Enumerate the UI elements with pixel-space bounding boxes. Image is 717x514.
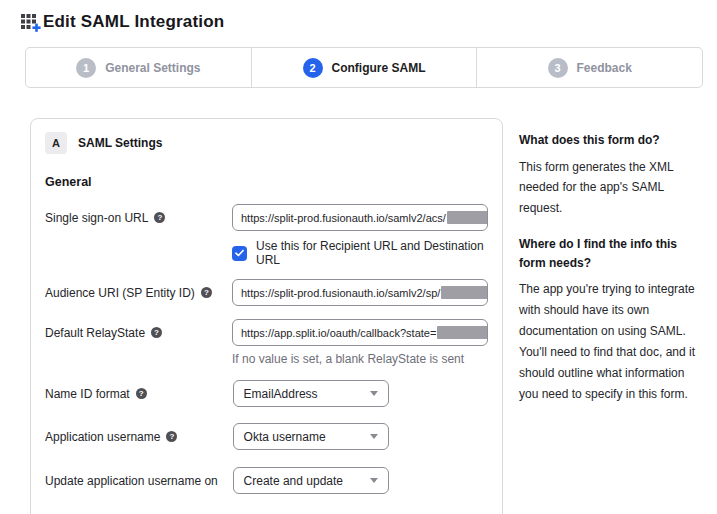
chevron-down-icon: [370, 478, 378, 483]
relay-state-input[interactable]: https://app.split.io/oauth/callback?stat…: [232, 319, 488, 346]
field-name-id-format: Name ID format ? EmailAddress: [45, 380, 488, 407]
redacted-value: [437, 326, 488, 339]
sidebar-question-1: What does this form do?: [519, 131, 705, 150]
sidebar-question-2: Where do I find the info this form needs…: [519, 235, 705, 272]
sso-url-label: Single sign-on URL: [45, 211, 148, 226]
section-badge: A: [45, 132, 67, 154]
help-icon[interactable]: ?: [151, 327, 162, 338]
page-title: Edit SAML Integration: [43, 12, 224, 32]
chevron-down-icon: [370, 391, 378, 396]
app-window: Edit SAML Integration 1 General Settings…: [0, 0, 717, 514]
group-title-general: General: [45, 175, 488, 189]
wizard-stepper: 1 General Settings 2 Configure SAML 3 Fe…: [25, 47, 703, 88]
step-general-settings[interactable]: 1 General Settings: [26, 48, 252, 87]
page-header: Edit SAML Integration: [21, 12, 224, 32]
audience-uri-input[interactable]: https://split-prod.fusionauth.io/samlv2/…: [232, 279, 488, 306]
help-icon[interactable]: ?: [201, 287, 212, 298]
help-icon[interactable]: ?: [154, 212, 165, 223]
step-label: Configure SAML: [332, 61, 426, 75]
step-feedback[interactable]: 3 Feedback: [477, 48, 702, 87]
update-username-select[interactable]: Create and update: [233, 467, 389, 494]
section-title: SAML Settings: [78, 136, 162, 150]
recipient-url-checkbox[interactable]: [232, 246, 247, 261]
sso-url-input[interactable]: https://split-prod.fusionauth.io/samlv2/…: [232, 204, 488, 231]
update-username-value: Create and update: [244, 474, 343, 488]
field-relay-state: Default RelayState ? https://app.split.i…: [45, 319, 488, 366]
relay-state-hint: If no value is set, a blank RelayState i…: [232, 352, 488, 366]
name-id-format-select[interactable]: EmailAddress: [233, 380, 389, 407]
field-audience-uri: Audience URI (SP Entity ID) ? https://sp…: [45, 279, 488, 306]
panel-header: A SAML Settings: [45, 132, 488, 154]
step-number-badge: 1: [76, 58, 96, 78]
step-label: Feedback: [577, 61, 632, 75]
help-icon[interactable]: ?: [166, 431, 177, 442]
step-configure-saml[interactable]: 2 Configure SAML: [252, 48, 478, 87]
apps-grid-plus-icon: [21, 14, 41, 32]
chevron-down-icon: [370, 434, 378, 439]
application-username-select[interactable]: Okta username: [233, 423, 389, 450]
audience-uri-value: https://split-prod.fusionauth.io/samlv2/…: [241, 287, 440, 299]
help-icon[interactable]: ?: [136, 388, 147, 399]
step-number-badge: 3: [548, 58, 568, 78]
field-sso-url: Single sign-on URL ? https://split-prod.…: [45, 204, 488, 267]
audience-uri-label: Audience URI (SP Entity ID): [45, 286, 195, 301]
application-username-value: Okta username: [244, 430, 326, 444]
redacted-value: [441, 286, 488, 299]
step-label: General Settings: [105, 61, 200, 75]
field-update-username: Update application username on Create an…: [45, 467, 488, 494]
sidebar-answer-1: This form generates the XML needed for t…: [519, 157, 705, 220]
recipient-url-checkbox-label: Use this for Recipient URL and Destinati…: [256, 239, 488, 267]
relay-state-value: https://app.split.io/oauth/callback?stat…: [241, 327, 436, 339]
field-application-username: Application username ? Okta username: [45, 423, 488, 450]
sso-url-value: https://split-prod.fusionauth.io/samlv2/…: [241, 212, 446, 224]
name-id-format-value: EmailAddress: [244, 387, 318, 401]
saml-settings-panel: A SAML Settings General Single sign-on U…: [30, 118, 503, 514]
redacted-value: [447, 211, 488, 224]
update-username-label: Update application username on: [45, 474, 218, 489]
recipient-url-checkbox-row: Use this for Recipient URL and Destinati…: [232, 239, 488, 267]
application-username-label: Application username: [45, 430, 160, 445]
help-sidebar: What does this form do? This form genera…: [519, 131, 705, 421]
step-number-badge: 2: [303, 58, 323, 78]
sidebar-answer-2: The app you're trying to integrate with …: [519, 279, 705, 404]
relay-state-label: Default RelayState: [45, 326, 145, 341]
name-id-format-label: Name ID format: [45, 387, 130, 402]
